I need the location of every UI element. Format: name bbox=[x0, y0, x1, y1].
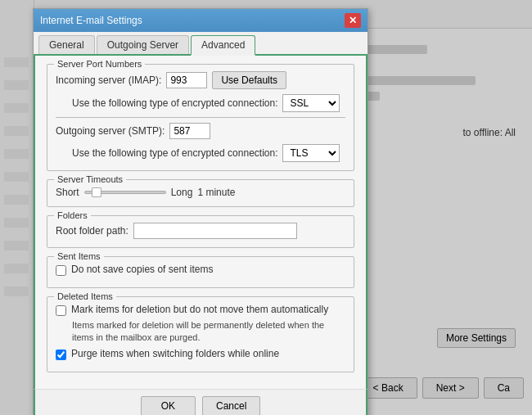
server-timeouts-section: Server Timeouts Short Long 1 minute bbox=[47, 179, 354, 207]
timeout-slider-thumb[interactable] bbox=[92, 187, 101, 197]
tab-outgoing-server[interactable]: Outgoing Server bbox=[97, 35, 189, 54]
tab-general[interactable]: General bbox=[38, 35, 95, 54]
root-folder-row: Root folder path: bbox=[56, 223, 345, 239]
server-port-numbers-section: Server Port Numbers Incoming server (IMA… bbox=[47, 64, 354, 171]
dialog-title: Internet E-mail Settings bbox=[40, 15, 142, 26]
encryption2-row: Use the following type of encrypted conn… bbox=[56, 144, 345, 162]
deleted-items-label: Deleted Items bbox=[54, 291, 116, 301]
incoming-server-row: Incoming server (IMAP): Use Defaults bbox=[56, 71, 345, 89]
outgoing-server-label: Outgoing server (SMTP): bbox=[56, 125, 165, 137]
encryption2-select[interactable]: TLS None SSL Auto bbox=[282, 144, 340, 162]
mark-deletion-label: Mark items for deletion but do not move … bbox=[71, 304, 328, 315]
long-label: Long bbox=[171, 187, 193, 198]
server-timeouts-label: Server Timeouts bbox=[54, 174, 126, 184]
timeout-slider-container: Short Long 1 minute bbox=[56, 187, 345, 198]
root-folder-input[interactable] bbox=[133, 223, 297, 239]
encryption2-label: Use the following type of encrypted conn… bbox=[72, 147, 277, 159]
purge-row: Purge items when switching folders while… bbox=[56, 348, 345, 360]
dialog-footer: OK Cancel bbox=[34, 389, 367, 415]
email-settings-dialog: Internet E-mail Settings ✕ General Outgo… bbox=[33, 8, 368, 415]
purge-checkbox[interactable] bbox=[56, 350, 66, 360]
root-folder-label: Root folder path: bbox=[56, 225, 128, 237]
dialog-body: Server Port Numbers Incoming server (IMA… bbox=[34, 56, 367, 389]
cancel-button[interactable]: Cancel bbox=[202, 396, 260, 415]
mark-deletion-checkbox[interactable] bbox=[56, 305, 66, 316]
use-defaults-button[interactable]: Use Defaults bbox=[212, 71, 286, 89]
server-port-numbers-label: Server Port Numbers bbox=[54, 59, 145, 69]
timeout-value: 1 minute bbox=[197, 187, 235, 198]
incoming-server-input[interactable] bbox=[166, 72, 207, 88]
encryption1-label: Use the following type of encrypted conn… bbox=[72, 97, 277, 109]
short-label: Short bbox=[56, 187, 79, 198]
sent-items-label: Sent Items bbox=[54, 251, 104, 261]
folders-label: Folders bbox=[54, 210, 91, 220]
incoming-server-label: Incoming server (IMAP): bbox=[56, 74, 161, 86]
deletion-sublabel: Items marked for deletion will be perman… bbox=[72, 319, 345, 345]
sent-items-checkbox-label: Do not save copies of sent items bbox=[71, 264, 213, 275]
dialog-titlebar: Internet E-mail Settings ✕ bbox=[34, 9, 367, 32]
deleted-items-section: Deleted Items Mark items for deletion bu… bbox=[47, 296, 354, 372]
sent-items-checkbox[interactable] bbox=[56, 265, 66, 276]
sent-items-section: Sent Items Do not save copies of sent it… bbox=[47, 256, 354, 288]
outgoing-server-input[interactable] bbox=[169, 123, 210, 139]
close-button[interactable]: ✕ bbox=[345, 13, 361, 28]
mark-deletion-row: Mark items for deletion but do not move … bbox=[56, 304, 345, 316]
timeout-slider-track bbox=[84, 191, 166, 194]
encryption1-row: Use the following type of encrypted conn… bbox=[56, 94, 345, 112]
sent-items-checkbox-row: Do not save copies of sent items bbox=[56, 264, 345, 276]
folders-section: Folders Root folder path: bbox=[47, 215, 354, 248]
ok-button[interactable]: OK bbox=[141, 396, 196, 415]
outgoing-server-row: Outgoing server (SMTP): bbox=[56, 123, 345, 139]
dialog-tabs: General Outgoing Server Advanced bbox=[34, 32, 367, 56]
encryption1-select[interactable]: SSL None TLS Auto bbox=[282, 94, 340, 112]
tab-advanced[interactable]: Advanced bbox=[191, 35, 255, 56]
purge-label: Purge items when switching folders while… bbox=[71, 348, 279, 359]
